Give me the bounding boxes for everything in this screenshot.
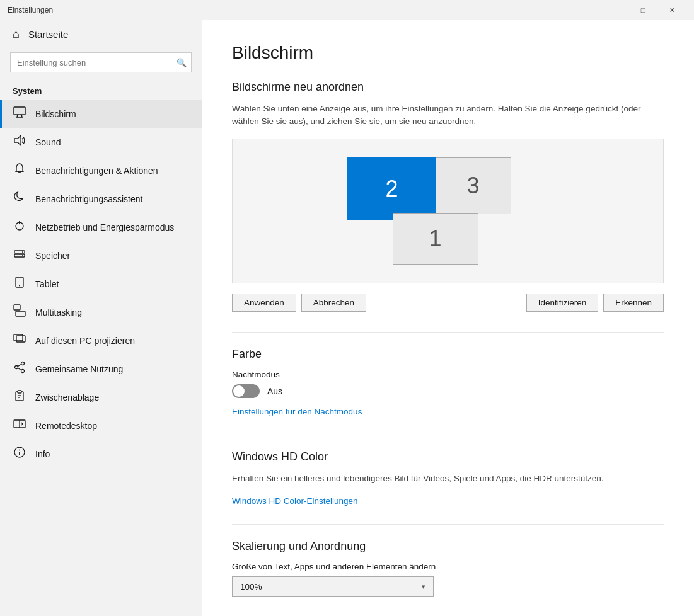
night-mode-toggle-row: Aus <box>232 384 664 398</box>
hd-color-link[interactable]: Windows HD Color-Einstellungen <box>232 496 358 506</box>
svg-rect-0 <box>14 107 25 115</box>
titlebar: Einstellungen — □ ✕ <box>0 0 694 20</box>
scale-dropdown[interactable]: 100% ▾ <box>232 576 434 597</box>
tablet-icon <box>13 276 26 292</box>
arrange-section: Bildschirme neu anordnen Wählen Sie unte… <box>232 81 664 312</box>
monitor-icon <box>13 106 26 122</box>
sidebar-item-label-benachrichtigungen: Benachrichtigungen & Aktionen <box>35 166 158 176</box>
main-content: Bildschirm Bildschirme neu anordnen Wähl… <box>202 20 694 616</box>
color-section: Farbe Nachtmodus Aus Einstellungen für d… <box>232 348 664 417</box>
sidebar-item-sound[interactable]: Sound <box>0 128 202 156</box>
identify-button[interactable]: Identifizieren <box>526 294 599 312</box>
sidebar-item-projizieren[interactable]: Auf diesen PC projizieren <box>0 326 202 355</box>
color-section-title: Farbe <box>232 348 664 361</box>
display-area: 2 3 1 <box>232 139 664 283</box>
storage-icon <box>13 248 26 263</box>
sidebar-item-remote[interactable]: Remotedesktop <box>0 411 202 440</box>
sidebar-item-label-projizieren: Auf diesen PC projizieren <box>35 336 135 346</box>
moon-icon <box>13 191 26 207</box>
detect-button[interactable]: Erkennen <box>603 294 664 312</box>
night-mode-label: Nachtmodus <box>232 370 664 379</box>
search-box: 🔍 <box>10 52 192 72</box>
sidebar-item-netzbetrieb[interactable]: Netzbetrieb und Energiesparmodus <box>0 213 202 241</box>
sidebar-item-gemeinsame[interactable]: Gemeinsame Nutzung <box>0 355 202 383</box>
hd-color-section: Windows HD Color Erhalten Sie ein heller… <box>232 450 664 506</box>
night-mode-link[interactable]: Einstellungen für den Nachtmodus <box>232 407 362 416</box>
sidebar-item-label-netzbetrieb: Netzbetrieb und Energiesparmodus <box>35 222 174 232</box>
chevron-down-icon: ▾ <box>422 583 425 591</box>
sidebar-item-label-assistent: Benachrichtigungsassistent <box>35 194 142 204</box>
sidebar-section-label: System <box>0 81 202 100</box>
minimize-button[interactable]: — <box>599 0 628 20</box>
monitor-3[interactable]: 3 <box>436 157 511 214</box>
page-title: Bildschirm <box>232 43 664 63</box>
sidebar-home-label: Startseite <box>28 29 68 40</box>
divider-2 <box>232 435 664 435</box>
titlebar-title: Einstellungen <box>8 6 53 14</box>
multitasking-icon <box>13 304 26 320</box>
info-icon <box>13 446 26 462</box>
divider-3 <box>232 524 664 525</box>
sidebar: ⌂ Startseite 🔍 System Bildschirm <box>0 20 202 616</box>
sidebar-item-zwischenablage[interactable]: Zwischenablage <box>0 383 202 411</box>
sidebar-item-tablet[interactable]: Tablet <box>0 270 202 298</box>
scale-label: Größe von Text, Apps und anderen Element… <box>232 562 664 571</box>
svg-line-22 <box>18 368 21 370</box>
scale-section-title: Skalierung und Anordnung <box>232 540 664 553</box>
sidebar-home[interactable]: ⌂ Startseite <box>0 20 202 48</box>
sidebar-item-speicher[interactable]: Speicher <box>0 241 202 270</box>
svg-rect-14 <box>14 305 20 310</box>
sidebar-item-benachrichtigungen[interactable]: Benachrichtigungen & Aktionen <box>0 156 202 185</box>
sidebar-item-label-zwischenablage: Zwischenablage <box>35 392 99 402</box>
sidebar-item-bildschirm[interactable]: Bildschirm <box>0 100 202 128</box>
night-mode-toggle[interactable] <box>232 384 260 398</box>
svg-marker-4 <box>14 135 21 145</box>
hd-color-desc: Erhalten Sie ein helleres und lebendiger… <box>232 472 664 485</box>
app-body: ⌂ Startseite 🔍 System Bildschirm <box>0 20 694 616</box>
svg-rect-24 <box>18 391 21 393</box>
svg-point-10 <box>22 251 23 253</box>
sidebar-item-label-tablet: Tablet <box>35 279 59 289</box>
divider-1 <box>232 332 664 333</box>
hd-color-title: Windows HD Color <box>232 450 664 464</box>
sidebar-item-label-speicher: Speicher <box>35 251 70 261</box>
svg-rect-15 <box>16 311 25 316</box>
sound-icon <box>13 134 26 150</box>
close-button[interactable]: ✕ <box>657 0 686 20</box>
sidebar-item-assistent[interactable]: Benachrichtigungsassistent <box>0 185 202 213</box>
arrange-section-title: Bildschirme neu anordnen <box>232 81 664 94</box>
maximize-button[interactable]: □ <box>628 0 657 20</box>
clipboard-icon <box>13 389 26 405</box>
scale-section: Skalierung und Anordnung Größe von Text,… <box>232 540 664 597</box>
svg-point-20 <box>15 366 18 369</box>
monitor-1[interactable]: 1 <box>393 213 478 265</box>
apply-button[interactable]: Anwenden <box>232 294 296 312</box>
sidebar-item-label-remote: Remotedesktop <box>35 421 97 431</box>
toggle-knob <box>233 385 245 397</box>
sidebar-item-multitasking[interactable]: Multitasking <box>0 298 202 326</box>
svg-line-21 <box>18 364 21 367</box>
arrange-section-desc: Wählen Sie unten eine Anzeige aus, um ih… <box>232 103 664 128</box>
share-icon <box>13 361 26 377</box>
night-mode-state: Aus <box>267 386 282 396</box>
svg-point-18 <box>21 362 25 365</box>
sidebar-item-label-multitasking: Multitasking <box>35 307 82 317</box>
sidebar-item-label-gemeinsame: Gemeinsame Nutzung <box>35 364 123 374</box>
svg-point-31 <box>19 450 20 451</box>
notification-icon <box>13 163 26 178</box>
search-input[interactable] <box>10 52 192 72</box>
sidebar-item-label-info: Info <box>35 449 50 459</box>
sidebar-item-label-sound: Sound <box>35 137 61 147</box>
cancel-button[interactable]: Abbrechen <box>301 294 366 312</box>
window-controls: — □ ✕ <box>599 0 686 20</box>
remote-icon <box>13 418 26 433</box>
monitor-2[interactable]: 2 <box>347 157 437 220</box>
home-icon: ⌂ <box>13 28 20 41</box>
svg-point-19 <box>21 370 25 373</box>
scale-dropdown-row: Größe von Text, Apps und anderen Element… <box>232 562 664 597</box>
project-icon <box>13 333 26 348</box>
display-buttons-row: Anwenden Abbrechen Identifizieren Erkenn… <box>232 294 664 312</box>
sidebar-item-label-bildschirm: Bildschirm <box>35 109 76 119</box>
sidebar-item-info[interactable]: Info <box>0 440 202 468</box>
buttons-right: Identifizieren Erkennen <box>526 294 664 312</box>
